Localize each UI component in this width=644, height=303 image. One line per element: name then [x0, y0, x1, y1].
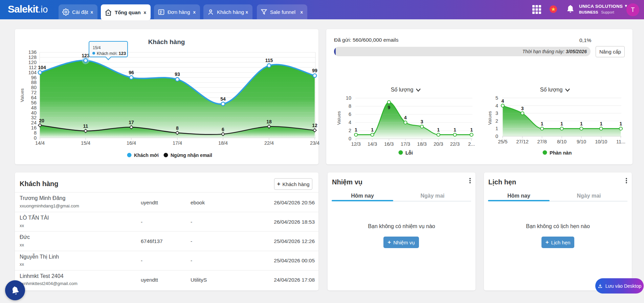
- svg-text:2...: 2...: [468, 141, 475, 147]
- svg-text:10: 10: [346, 95, 351, 101]
- svg-text:10/10: 10/10: [595, 139, 607, 144]
- svg-text:128: 128: [28, 55, 37, 60]
- svg-text:3: 3: [421, 119, 423, 124]
- svg-text:3: 3: [521, 106, 524, 111]
- svg-text:23/4: 23/4: [310, 140, 319, 146]
- svg-text:Values: Values: [20, 88, 25, 102]
- svg-text:99: 99: [312, 68, 317, 73]
- svg-text:0: 0: [34, 135, 37, 141]
- svg-text:0: 0: [495, 134, 498, 139]
- svg-text:1: 1: [470, 127, 473, 133]
- svg-text:3: 3: [495, 110, 498, 116]
- svg-text:6: 6: [222, 127, 224, 132]
- svg-text:22/3: 22/3: [450, 141, 460, 147]
- svg-text:8: 8: [176, 125, 179, 131]
- svg-text:8/10: 8/10: [557, 139, 567, 144]
- svg-text:Số lượng: Số lượng: [540, 87, 563, 93]
- svg-text:4: 4: [502, 98, 504, 104]
- svg-text:115: 115: [265, 58, 273, 63]
- svg-text:48: 48: [31, 105, 37, 110]
- svg-text:17/4: 17/4: [173, 140, 182, 146]
- svg-text:56: 56: [31, 100, 37, 105]
- svg-text:17/3: 17/3: [401, 141, 410, 147]
- svg-text:Khách mới: Khách mới: [134, 153, 159, 158]
- svg-text:6: 6: [349, 112, 351, 117]
- svg-text:4: 4: [495, 103, 498, 108]
- svg-text:40: 40: [31, 110, 37, 116]
- svg-text:1: 1: [371, 127, 374, 133]
- svg-text:27/12: 27/12: [516, 139, 529, 144]
- svg-text:1: 1: [453, 127, 456, 133]
- svg-text:1: 1: [580, 121, 583, 126]
- svg-text:18: 18: [266, 119, 272, 124]
- svg-text:2: 2: [349, 128, 351, 133]
- svg-text:15/4: 15/4: [81, 140, 90, 146]
- svg-text:64: 64: [31, 95, 37, 100]
- svg-text:2: 2: [495, 118, 498, 124]
- svg-text:12/3: 12/3: [351, 141, 361, 147]
- svg-text:120: 120: [28, 60, 37, 65]
- svg-text:Ngừng nhận email: Ngừng nhận email: [171, 153, 212, 158]
- svg-text:14/3: 14/3: [368, 141, 377, 147]
- svg-text:5: 5: [495, 95, 498, 101]
- svg-text:Lỗi: Lỗi: [405, 150, 413, 156]
- svg-text:27/8: 27/8: [537, 139, 547, 144]
- svg-text:136: 136: [28, 49, 37, 55]
- svg-text:1: 1: [437, 127, 440, 133]
- svg-text:9: 9: [387, 105, 390, 110]
- svg-text:22/4: 22/4: [264, 140, 274, 146]
- svg-text:11: 11: [83, 123, 88, 129]
- svg-text:20: 20: [39, 118, 44, 123]
- svg-text:16/4: 16/4: [127, 140, 136, 146]
- svg-text:93: 93: [175, 72, 180, 77]
- svg-text:17: 17: [129, 120, 134, 125]
- svg-text:1: 1: [620, 121, 622, 126]
- svg-text:1: 1: [541, 121, 543, 126]
- svg-text:1: 1: [600, 121, 602, 126]
- svg-text:16: 16: [31, 125, 37, 130]
- svg-text:9/10: 9/10: [577, 139, 586, 144]
- svg-text:72: 72: [31, 90, 37, 95]
- svg-text:0: 0: [349, 136, 351, 141]
- svg-text:11...: 11...: [616, 139, 625, 144]
- svg-text:104: 104: [28, 70, 37, 75]
- svg-text:54: 54: [220, 96, 226, 102]
- svg-text:1: 1: [495, 126, 498, 131]
- svg-text:8: 8: [349, 103, 351, 109]
- svg-text:96: 96: [31, 75, 37, 80]
- svg-text:18/3: 18/3: [417, 141, 427, 147]
- svg-text:112: 112: [29, 65, 37, 70]
- svg-text:24: 24: [31, 120, 37, 125]
- svg-text:12: 12: [312, 123, 317, 128]
- svg-text:1: 1: [560, 121, 563, 126]
- svg-text:25/5: 25/5: [498, 139, 507, 144]
- svg-text:1: 1: [355, 127, 357, 133]
- svg-text:Số lượng: Số lượng: [391, 87, 414, 93]
- svg-text:8: 8: [34, 130, 37, 136]
- svg-text:32: 32: [31, 115, 37, 120]
- svg-text:4: 4: [404, 115, 407, 120]
- svg-text:80: 80: [31, 85, 37, 90]
- svg-text:18/4: 18/4: [218, 140, 228, 146]
- svg-text:20/3: 20/3: [434, 141, 443, 147]
- svg-text:Values: Values: [336, 111, 341, 125]
- svg-text:14/4: 14/4: [35, 140, 45, 146]
- svg-text:88: 88: [31, 80, 37, 85]
- svg-text:Phàn nàn: Phàn nàn: [550, 150, 572, 156]
- svg-text:96: 96: [129, 70, 134, 75]
- svg-text:16/3: 16/3: [384, 141, 394, 147]
- svg-text:4: 4: [349, 120, 351, 125]
- svg-text:104: 104: [38, 65, 46, 70]
- svg-text:Values: Values: [487, 111, 492, 125]
- svg-text:Khách hàng: Khách hàng: [148, 38, 185, 45]
